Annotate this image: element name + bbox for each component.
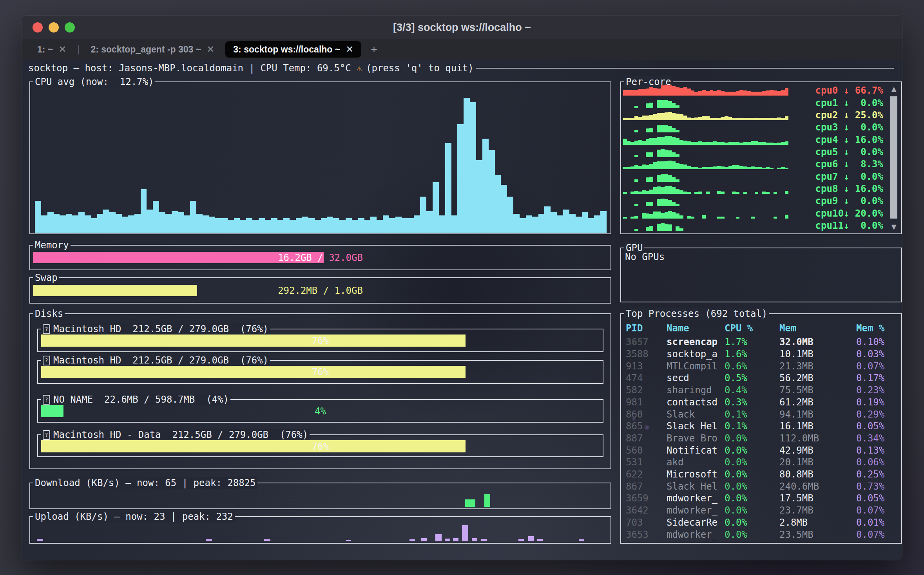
spark-bar xyxy=(785,141,789,145)
spark-bar xyxy=(755,192,759,194)
spark-bar xyxy=(774,143,777,145)
tab-3[interactable]: 3: socktop ws://localho ~✕ xyxy=(225,41,361,58)
cpu-avg-bar xyxy=(321,218,327,233)
per-core-scrollbar[interactable]: ▲ ▼ xyxy=(889,85,899,231)
spark-bar xyxy=(721,217,725,219)
top-processes-panel-title: Top Processes (692 total) xyxy=(624,308,769,320)
spark-bar xyxy=(721,142,725,145)
cpu-avg-panel: CPU avg (now: 12.7%) xyxy=(29,81,611,234)
spark-bar xyxy=(755,141,759,145)
terminal-content: socktop — host: Jasons-MBP.localdomain |… xyxy=(22,60,902,560)
process-memp: 0.19% xyxy=(856,397,898,408)
tab-close-icon[interactable]: ✕ xyxy=(207,44,214,55)
core-label: cpu2 ↓ 25.0% xyxy=(815,110,883,121)
spark-bar xyxy=(672,113,676,120)
spark-bar xyxy=(679,228,683,231)
scroll-down-icon[interactable]: ▼ xyxy=(889,222,899,231)
tab-2[interactable]: 2: socktop_agent -p 303 ~✕ xyxy=(85,41,220,58)
spark-bar xyxy=(657,199,661,206)
process-row: 981contactsd0.3%61.2MB0.19% xyxy=(626,396,898,409)
spark-bar xyxy=(634,90,638,96)
cpu-avg-bar xyxy=(395,217,402,233)
process-mem: 23.7MB xyxy=(779,505,856,516)
tab-close-icon[interactable]: ✕ xyxy=(58,44,66,55)
minimize-window-button[interactable] xyxy=(49,22,59,33)
spark-bar xyxy=(661,223,665,231)
process-cpu: 0.1% xyxy=(725,421,779,432)
process-row: 560Notificat0.0%42.9MB0.13% xyxy=(626,444,898,456)
spark-bar xyxy=(676,163,679,170)
tab-1[interactable]: 1: ~✕ xyxy=(32,41,72,58)
spark-bar xyxy=(713,166,717,169)
process-mem: 20.1MB xyxy=(779,457,856,468)
spark-bar xyxy=(649,177,653,181)
process-mem: 21.3MB xyxy=(779,361,856,372)
memory-bar-track: 16.2GB / 32.0GB xyxy=(33,252,607,263)
spark-bar xyxy=(702,116,706,120)
close-window-button[interactable] xyxy=(33,22,43,33)
spark-bar xyxy=(653,212,657,218)
spark-bar xyxy=(649,115,653,120)
disk-percent-text: 76% xyxy=(41,441,600,452)
core-row: cpu0 ↓ 66.7% xyxy=(623,84,883,96)
new-tab-button[interactable]: + xyxy=(367,43,381,56)
spark-bar xyxy=(755,118,759,120)
process-name: mdworker_ xyxy=(667,529,725,540)
disk-title-text: NO NAME 22.6MB / 598.7MB (4%) xyxy=(53,394,229,405)
spark-bar xyxy=(672,212,676,219)
cpu-avg-bar xyxy=(72,215,78,233)
spark-bar xyxy=(634,141,638,145)
zoom-window-button[interactable] xyxy=(65,22,75,33)
disk-title-text: Macintosh HD 212.5GB / 279.0GB (76%) xyxy=(53,323,268,335)
quit-hint-text: (press 'q' to quit) xyxy=(366,63,474,74)
spark-bar xyxy=(665,199,669,206)
spark-bar xyxy=(683,192,687,194)
spark-bar xyxy=(713,91,717,96)
spark-bar xyxy=(728,166,732,169)
process-memp: 0.06% xyxy=(856,457,898,468)
spark-bar xyxy=(665,224,669,231)
spark-bar xyxy=(785,215,789,218)
cpu-avg-bar xyxy=(557,215,563,233)
spark-bar xyxy=(649,202,653,206)
spark-bar xyxy=(725,116,728,120)
spark-bar xyxy=(774,192,777,194)
cpu-avg-bar xyxy=(159,212,165,233)
scrollbar-thumb[interactable] xyxy=(890,96,897,219)
core-sparkline xyxy=(623,146,788,157)
disk-title: ?NO NAME 22.6MB / 598.7MB (4%) xyxy=(41,394,230,405)
upload-bar xyxy=(37,539,43,541)
spark-bar xyxy=(676,154,679,157)
tab-close-icon[interactable]: ✕ xyxy=(346,44,353,55)
spark-bar xyxy=(702,142,706,145)
spark-bar xyxy=(649,152,653,157)
spark-bar xyxy=(672,187,676,194)
cpu-avg-bar xyxy=(383,215,389,233)
process-memp: 0.34% xyxy=(856,433,898,444)
cpu-avg-bar xyxy=(234,218,240,233)
disk-title: ?Macintosh HD 212.5GB / 279.0GB (76%) xyxy=(41,323,270,335)
process-cpu: 0.0% xyxy=(725,529,779,540)
spark-bar xyxy=(713,141,717,145)
process-mem: 240.6MB xyxy=(779,481,856,492)
process-memp: 0.23% xyxy=(856,385,898,396)
spark-bar xyxy=(785,116,789,120)
cpu-avg-bar xyxy=(439,215,445,233)
disk-percent-text: 76% xyxy=(41,367,600,378)
spark-bar xyxy=(657,150,661,157)
process-cpu: 0.4% xyxy=(725,385,779,396)
core-row: cpu3 ↓ 0.0% xyxy=(623,121,883,133)
upload-bar xyxy=(472,538,477,541)
spark-bar xyxy=(687,192,691,194)
spark-bar xyxy=(665,212,669,218)
process-name: Slack xyxy=(667,409,725,420)
cpu-avg-bar xyxy=(364,220,371,233)
spark-bar xyxy=(642,141,646,145)
disk-title: ?Macintosh HD - Data 212.5GB / 279.0GB (… xyxy=(41,429,310,441)
cpu-avg-bar xyxy=(389,218,395,233)
spark-bar xyxy=(661,199,665,206)
process-name: Notificat xyxy=(667,445,725,456)
process-cpu: 1.7% xyxy=(725,336,779,347)
scroll-up-icon[interactable]: ▲ xyxy=(889,85,899,93)
spark-bar xyxy=(758,142,762,145)
